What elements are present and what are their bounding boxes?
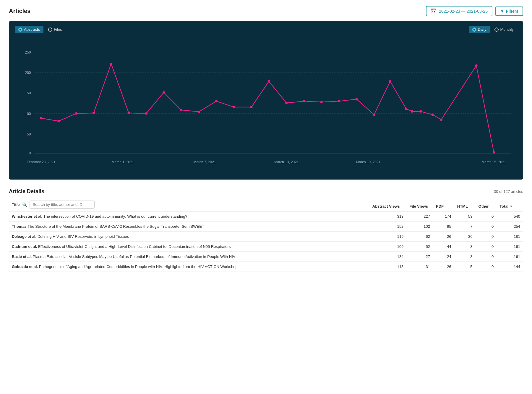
pdf-cell: 24 xyxy=(433,252,454,262)
abstract-views-cell: 152 xyxy=(369,222,407,232)
search-input[interactable] xyxy=(30,201,95,209)
file-views-cell: 52 xyxy=(406,242,433,252)
other-cell: 0 xyxy=(476,252,497,262)
article-title-text: Effectiveness of Ultraviolet-C Light and… xyxy=(38,244,231,249)
other-cell: 0 xyxy=(476,232,497,242)
article-title-text: Pathogenesis of Aging and Age-related Co… xyxy=(39,264,238,269)
filters-button[interactable]: ▼ Filters xyxy=(495,7,523,16)
filters-label: Filters xyxy=(506,9,518,14)
search-icon: 🔍 xyxy=(22,202,27,207)
svg-text:March 7, 2021: March 7, 2021 xyxy=(194,160,216,164)
table-row: Cadnum et al. Effectiveness of Ultraviol… xyxy=(9,242,523,252)
file-views-cell: 27 xyxy=(406,252,433,262)
svg-text:50: 50 xyxy=(27,132,31,136)
daily-radio[interactable]: Daily xyxy=(469,26,490,33)
svg-point-28 xyxy=(215,100,218,102)
header-controls: 📅 2021-02-23 — 2021-03-25 ▼ Filters xyxy=(426,6,523,16)
section-title: Article Details xyxy=(9,188,44,195)
html-cell: 8 xyxy=(454,242,476,252)
article-title-cell: Thomas The Structure of the Membrane Pro… xyxy=(9,222,369,232)
date-range-button[interactable]: 📅 2021-02-23 — 2021-03-25 xyxy=(426,6,492,16)
files-radio-circle xyxy=(48,28,52,32)
monthly-label: Monthly xyxy=(500,27,514,32)
html-cell: 3 xyxy=(454,252,476,262)
files-radio[interactable]: Files xyxy=(45,26,65,33)
other-cell: 0 xyxy=(476,222,497,232)
svg-point-21 xyxy=(93,112,95,114)
article-authors: Gabuzda et al. xyxy=(12,264,38,269)
svg-point-36 xyxy=(355,98,358,100)
table-row: Winchester et al. The intersection of CO… xyxy=(9,211,523,222)
svg-point-35 xyxy=(338,100,340,102)
article-title-text: Defining HIV and SIV Reservoirs in Lymph… xyxy=(38,234,129,239)
article-title-cell: Cadnum et al. Effectiveness of Ultraviol… xyxy=(9,242,369,252)
svg-text:February 23, 2021: February 23, 2021 xyxy=(27,160,55,164)
svg-point-18 xyxy=(40,117,42,120)
articles-tbody: Winchester et al. The intersection of CO… xyxy=(9,211,523,272)
files-label: Files xyxy=(54,27,62,32)
svg-text:200: 200 xyxy=(25,71,31,75)
svg-point-43 xyxy=(440,118,442,121)
svg-point-27 xyxy=(198,111,200,113)
svg-point-22 xyxy=(110,63,112,65)
abstract-views-cell: 313 xyxy=(369,211,407,222)
total-cell: 161 xyxy=(497,242,523,252)
article-details-header: Article Details 30 of 127 articles xyxy=(9,188,523,195)
svg-point-20 xyxy=(75,112,77,115)
svg-text:March 25, 2021: March 25, 2021 xyxy=(482,160,506,164)
abstracts-radio[interactable]: Abstracts xyxy=(15,26,43,33)
article-title-text: Plasma Extracellular Vesicle Subtypes Ma… xyxy=(33,254,236,259)
article-title-cell: Gabuzda et al. Pathogenesis of Aging and… xyxy=(9,262,369,272)
articles-table: Title 🔍 Abstract Views File Views PDF HT… xyxy=(9,198,523,272)
chart-container: Abstracts Files Daily Monthly xyxy=(9,21,523,180)
article-count: 30 of 127 articles xyxy=(494,189,523,194)
article-title-cell: Deleage et al. Defining HIV and SIV Rese… xyxy=(9,232,369,242)
sort-icon: ▼ xyxy=(510,205,512,208)
abstracts-radio-circle xyxy=(18,28,22,32)
time-period-group: Daily Monthly xyxy=(469,26,517,33)
article-title-text: The intersection of COVID-19 and autoimm… xyxy=(43,214,187,219)
filter-icon: ▼ xyxy=(500,9,504,14)
table-row: Deleage et al. Defining HIV and SIV Rese… xyxy=(9,232,523,242)
other-cell: 0 xyxy=(476,262,497,272)
chart-svg-wrapper: 250 200 150 100 50 0 February 23, 2021 M… xyxy=(15,37,517,174)
svg-point-38 xyxy=(389,80,391,83)
line-chart: 250 200 150 100 50 0 February 23, 2021 M… xyxy=(15,37,517,173)
page-title: Articles xyxy=(9,8,30,14)
col-header-html: HTML xyxy=(454,198,476,211)
pdf-cell: 44 xyxy=(433,242,454,252)
svg-point-33 xyxy=(303,100,305,102)
svg-point-30 xyxy=(250,106,253,108)
table-row: Gabuzda et al. Pathogenesis of Aging and… xyxy=(9,262,523,272)
col-header-title: Title 🔍 xyxy=(9,198,369,211)
abstracts-label: Abstracts xyxy=(24,27,40,32)
svg-text:0: 0 xyxy=(29,151,31,155)
col-header-abstract-views: Abstract Views xyxy=(369,198,407,211)
article-title-text: The Structure of the Membrane Protein of… xyxy=(27,224,204,229)
pdf-cell: 174 xyxy=(433,211,454,222)
article-title-cell: Bazié et al. Plasma Extracellular Vesicl… xyxy=(9,252,369,262)
abstract-views-cell: 119 xyxy=(369,232,407,242)
file-views-cell: 102 xyxy=(406,222,433,232)
svg-point-24 xyxy=(145,112,147,115)
daily-radio-circle xyxy=(472,28,476,32)
total-cell: 181 xyxy=(497,232,523,242)
total-cell: 540 xyxy=(497,211,523,222)
svg-point-42 xyxy=(431,114,434,116)
svg-text:March 13, 2021: March 13, 2021 xyxy=(274,160,299,164)
abstract-views-cell: 109 xyxy=(369,242,407,252)
svg-point-26 xyxy=(180,109,182,111)
svg-text:250: 250 xyxy=(25,50,31,54)
monthly-radio[interactable]: Monthly xyxy=(491,26,517,33)
file-views-cell: 31 xyxy=(406,262,433,272)
col-header-total[interactable]: Total ▼ xyxy=(497,198,523,211)
article-title-cell: Winchester et al. The intersection of CO… xyxy=(9,211,369,222)
total-cell: 254 xyxy=(497,222,523,232)
file-views-cell: 62 xyxy=(406,232,433,242)
html-cell: 53 xyxy=(454,211,476,222)
svg-point-45 xyxy=(493,151,495,154)
abstract-views-cell: 113 xyxy=(369,262,407,272)
svg-point-32 xyxy=(285,102,288,104)
svg-point-31 xyxy=(268,80,270,83)
title-column-label: Title xyxy=(12,202,20,207)
